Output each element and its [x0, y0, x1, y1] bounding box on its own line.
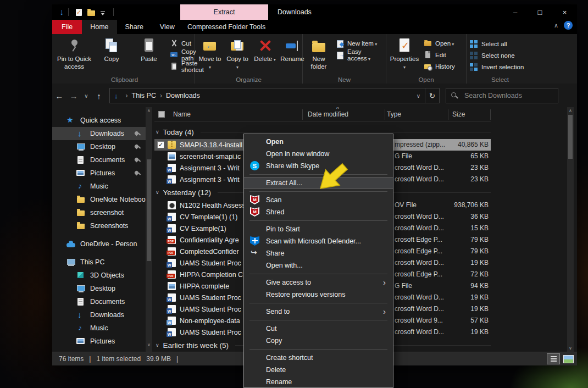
context-menu-item[interactable]: Share	[244, 247, 393, 259]
context-menu-item[interactable]: Pin to Start	[244, 223, 393, 235]
address-box[interactable]: ↓ › This PC › Downloads ∨	[109, 88, 425, 103]
sidebar-item[interactable]: 3D Objects	[52, 269, 146, 282]
ribbon-small-button[interactable]: New item	[334, 38, 385, 48]
search-input[interactable]	[463, 91, 554, 100]
sidebar-item[interactable]: Downloads	[52, 308, 146, 322]
ribbon-small-button[interactable]: Easy access	[334, 49, 385, 60]
ribbon-button[interactable]: Copy	[93, 35, 130, 63]
context-menu-item[interactable]	[244, 301, 393, 306]
row-checkbox[interactable]: ✓	[157, 141, 164, 148]
collapse-caret-icon[interactable]: ∨	[156, 342, 159, 348]
context-menu-item[interactable]: Restore previous versions	[244, 289, 393, 301]
context-menu-item[interactable]: Delete	[244, 364, 393, 376]
address-dropdown-icon[interactable]: ∨	[417, 93, 420, 99]
context-menu-item[interactable]: Open	[244, 136, 393, 148]
sidebar-item[interactable]: Documents	[52, 153, 146, 167]
scrollbar-thumb[interactable]	[147, 159, 151, 261]
context-menu-item[interactable]: Create shortcut	[244, 352, 393, 364]
maximize-button[interactable]: □	[528, 4, 552, 20]
sidebar-item[interactable]: Quick access	[52, 114, 146, 127]
ribbon-small-button[interactable]: History	[421, 61, 464, 71]
select-all-checkbox[interactable]	[158, 111, 165, 118]
context-menu-item[interactable]: Copy	[244, 335, 393, 347]
ribbon-small-button[interactable]: Invert selection	[468, 62, 532, 72]
refresh-button[interactable]: ↻	[425, 88, 440, 103]
ribbon-small-button[interactable]: Select none	[468, 50, 532, 60]
ribbon-small-button[interactable]: Open	[421, 38, 464, 48]
minimize-button[interactable]: –	[503, 4, 528, 20]
sidebar-scrollbar[interactable]: ∧ ∨	[146, 107, 152, 352]
column-header-type[interactable]: Type	[387, 110, 401, 118]
sidebar-item[interactable]: Downloads	[52, 127, 146, 140]
breadcrumb-downloads[interactable]: Downloads	[166, 92, 200, 99]
large-icons-view-button[interactable]	[562, 353, 575, 364]
column-divider[interactable]	[302, 109, 303, 120]
collapse-ribbon-icon[interactable]: ∧	[554, 22, 558, 29]
column-divider[interactable]	[448, 109, 448, 120]
ribbon-tab[interactable]: Home	[82, 20, 117, 34]
scroll-up-icon[interactable]: ∧	[146, 108, 152, 113]
extract-contextual-tab-header[interactable]: Extract	[180, 4, 268, 20]
qat-properties-button[interactable]	[76, 9, 82, 16]
up-button[interactable]: ↑	[92, 91, 106, 101]
column-divider[interactable]	[490, 109, 491, 120]
collapse-caret-icon[interactable]: ∨	[156, 129, 159, 135]
sidebar-item[interactable]: This PC	[52, 256, 146, 269]
ribbon-button[interactable]: New folder	[304, 35, 334, 71]
close-button[interactable]: ×	[552, 4, 577, 20]
ribbon-tab[interactable]: Compressed Folder Tools	[182, 20, 271, 34]
help-icon[interactable]: ?	[564, 21, 573, 30]
context-menu-item[interactable]: Scan with Microsoft Defender...	[244, 235, 393, 247]
ribbon-small-button[interactable]: Edit	[421, 49, 464, 60]
context-menu-item[interactable]: Shred	[244, 206, 393, 218]
recent-locations-button[interactable]: ∨	[81, 93, 92, 99]
sidebar-item[interactable]: Music	[52, 180, 146, 193]
details-view-button[interactable]	[547, 353, 560, 364]
sidebar-item[interactable]: Desktop	[52, 282, 146, 295]
scrollbar-thumb[interactable]	[568, 115, 573, 159]
back-button[interactable]: ←	[52, 91, 66, 101]
ribbon-tab[interactable]: View	[152, 20, 183, 34]
ribbon-button[interactable]: Properties	[387, 35, 421, 71]
forward-button[interactable]: →	[66, 91, 81, 101]
collapse-caret-icon[interactable]: ∨	[156, 190, 159, 195]
sidebar-item[interactable]: Desktop	[52, 140, 146, 153]
ribbon-small-button[interactable]: Select all	[468, 38, 532, 49]
title-bar[interactable]: ↓ Extract Downloads – □ ×	[52, 4, 577, 20]
ribbon-button[interactable]: Copy to	[224, 35, 251, 71]
ribbon-tab[interactable]: File	[52, 20, 82, 34]
sidebar-item[interactable]: Music	[52, 322, 146, 335]
context-menu-item[interactable]	[244, 218, 393, 223]
list-scrollbar[interactable]: ∧ ∨	[567, 107, 574, 352]
context-menu-item[interactable]	[244, 318, 393, 323]
ribbon-button[interactable]: Delete	[251, 35, 279, 63]
sidebar-item[interactable]: screenshot	[52, 206, 146, 219]
column-header-date-modified[interactable]: Date modified	[308, 110, 348, 118]
ribbon-button[interactable]: Pin to Quick access	[56, 35, 93, 71]
context-menu-item[interactable]: Send to	[244, 306, 393, 318]
scroll-up-icon[interactable]: ∧	[567, 108, 574, 113]
ribbon-button[interactable]: Move to	[196, 35, 224, 71]
context-menu-item[interactable]: Give access to	[244, 276, 393, 289]
ribbon-button[interactable]: Paste	[130, 35, 168, 63]
ribbon-button[interactable]: Rename	[279, 35, 306, 63]
column-divider[interactable]	[385, 109, 385, 120]
search-box[interactable]	[446, 88, 558, 103]
qat-customize-toolbar-button[interactable]	[101, 11, 106, 16]
column-header-name[interactable]: Name	[173, 110, 191, 118]
breadcrumb-this-pc[interactable]: This PC	[132, 92, 156, 99]
qat-new-folder-button[interactable]	[87, 10, 95, 16]
column-header-size[interactable]: Size	[452, 110, 465, 118]
scroll-down-icon[interactable]: ∨	[146, 342, 152, 347]
context-menu-item[interactable]: Rename	[244, 376, 393, 388]
scroll-down-icon[interactable]: ∨	[567, 346, 574, 351]
context-menu-item[interactable]: Cut	[244, 323, 393, 335]
sidebar-item[interactable]: OneNote Notebooks	[52, 193, 146, 206]
ribbon-tab[interactable]: Share	[117, 20, 152, 34]
sidebar-item[interactable]: OneDrive - Personal	[52, 237, 146, 251]
context-menu-item[interactable]: Open with...	[244, 259, 393, 271]
sidebar-item[interactable]: Pictures	[52, 167, 146, 180]
sidebar-item[interactable]: Pictures	[52, 335, 146, 348]
sidebar-item[interactable]: Screenshots	[52, 219, 146, 232]
sidebar-item[interactable]: Documents	[52, 295, 146, 308]
